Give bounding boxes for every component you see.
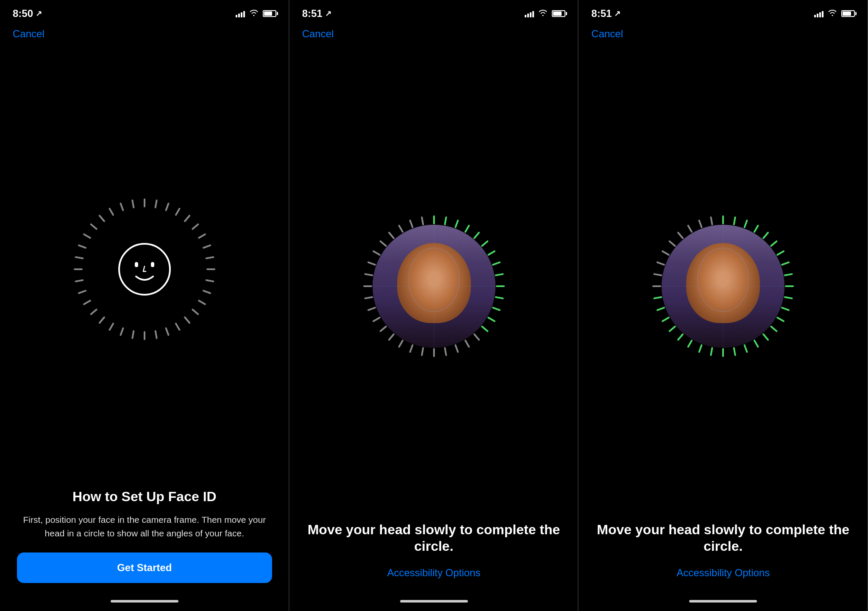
subtitle-1: First, position your face in the camera … bbox=[17, 513, 272, 540]
svg-line-1 bbox=[156, 201, 157, 208]
status-bar-3: 8:51 ↗ bbox=[579, 0, 868, 24]
status-time-3: 8:51 bbox=[591, 8, 612, 20]
svg-line-23 bbox=[91, 310, 96, 314]
home-indicator-1 bbox=[111, 600, 178, 603]
svg-line-40 bbox=[445, 217, 446, 224]
svg-line-31 bbox=[91, 224, 96, 229]
signal-bar-3 bbox=[241, 12, 242, 17]
svg-line-30 bbox=[84, 234, 90, 238]
svg-line-49 bbox=[495, 297, 503, 298]
svg-line-24 bbox=[84, 301, 90, 304]
svg-line-106 bbox=[654, 274, 662, 275]
svg-line-19 bbox=[132, 331, 134, 338]
status-arrow-2: ↗ bbox=[325, 9, 331, 18]
battery-icon-2 bbox=[552, 10, 565, 17]
battery-icon-1 bbox=[263, 10, 276, 17]
svg-line-4 bbox=[185, 216, 189, 221]
face-circle-container-3 bbox=[579, 50, 868, 522]
bottom-section-1: How to Set Up Face ID First, position yo… bbox=[0, 488, 289, 596]
status-time-2: 8:51 bbox=[302, 8, 323, 20]
svg-line-13 bbox=[192, 310, 198, 314]
svg-rect-38 bbox=[151, 262, 154, 267]
svg-line-2 bbox=[166, 204, 168, 210]
svg-line-16 bbox=[166, 328, 168, 335]
svg-line-86 bbox=[785, 274, 792, 275]
svg-line-3 bbox=[176, 209, 180, 215]
svg-line-95 bbox=[734, 348, 735, 355]
signal-bar-2 bbox=[238, 14, 240, 17]
svg-line-15 bbox=[176, 324, 180, 330]
wifi-icon-3 bbox=[828, 9, 837, 19]
svg-line-11 bbox=[203, 291, 210, 293]
svg-line-25 bbox=[79, 291, 86, 293]
svg-line-20 bbox=[120, 328, 123, 335]
status-arrow-1: ↗ bbox=[36, 9, 42, 18]
battery-icon-3 bbox=[841, 10, 855, 17]
cancel-button-2[interactable]: Cancel bbox=[289, 26, 347, 42]
scan-overlay-3 bbox=[662, 225, 785, 348]
svg-line-88 bbox=[785, 297, 792, 298]
svg-line-14 bbox=[185, 318, 189, 323]
face-ring-2 bbox=[353, 206, 515, 367]
main-title-3: Move your head slowly to complete the ci… bbox=[595, 522, 851, 554]
camera-preview-2 bbox=[373, 225, 495, 348]
svg-line-7 bbox=[203, 246, 210, 248]
svg-line-65 bbox=[365, 297, 372, 298]
svg-rect-37 bbox=[135, 262, 138, 267]
main-title-1: How to Set Up Face ID bbox=[72, 488, 217, 505]
svg-line-35 bbox=[132, 201, 134, 208]
status-right-1 bbox=[236, 9, 276, 19]
svg-line-5 bbox=[192, 224, 198, 229]
bottom-section-3: Move your head slowly to complete the ci… bbox=[579, 522, 868, 596]
svg-line-10 bbox=[206, 280, 214, 282]
svg-line-67 bbox=[365, 274, 372, 275]
cancel-button-1[interactable]: Cancel bbox=[0, 26, 57, 42]
accessibility-options-button-3[interactable]: Accessibility Options bbox=[672, 563, 774, 583]
svg-line-56 bbox=[445, 348, 446, 355]
status-left-2: 8:51 ↗ bbox=[302, 8, 331, 20]
home-indicator-3 bbox=[689, 600, 757, 603]
face-ring-3 bbox=[643, 206, 804, 367]
status-time-1: 8:50 bbox=[13, 8, 33, 20]
status-left-1: 8:50 ↗ bbox=[13, 8, 42, 20]
svg-line-113 bbox=[711, 217, 712, 224]
signal-bar-4 bbox=[243, 11, 245, 17]
status-bar-2: 8:51 ↗ bbox=[289, 0, 579, 24]
svg-line-29 bbox=[79, 246, 86, 248]
svg-line-32 bbox=[100, 216, 104, 221]
status-right-2 bbox=[525, 9, 565, 19]
svg-line-12 bbox=[199, 301, 205, 304]
wifi-icon-1 bbox=[249, 9, 259, 19]
svg-line-97 bbox=[711, 348, 712, 355]
bottom-section-2: Move your head slowly to complete the ci… bbox=[289, 522, 579, 596]
signal-bars-1 bbox=[236, 10, 245, 17]
face-circle-container-2 bbox=[289, 50, 579, 522]
accessibility-options-button-2[interactable]: Accessibility Options bbox=[383, 563, 484, 583]
main-title-2: Move your head slowly to complete the ci… bbox=[306, 522, 562, 554]
home-indicator-2 bbox=[400, 600, 468, 603]
svg-line-6 bbox=[199, 234, 205, 238]
svg-line-22 bbox=[100, 318, 104, 323]
get-started-button[interactable]: Get Started bbox=[17, 552, 272, 583]
status-bar-1: 8:50 ↗ bbox=[0, 0, 289, 24]
screen-3: 8:51 ↗ Cancel bbox=[579, 0, 868, 611]
camera-preview-3 bbox=[662, 225, 785, 348]
signal-bars-3 bbox=[814, 10, 823, 17]
face-ring-1 bbox=[64, 189, 225, 350]
svg-line-17 bbox=[156, 331, 157, 338]
status-right-3 bbox=[814, 9, 855, 19]
svg-line-8 bbox=[206, 257, 214, 259]
svg-line-74 bbox=[422, 217, 423, 224]
wifi-icon-2 bbox=[538, 9, 548, 19]
svg-line-58 bbox=[422, 348, 423, 355]
svg-point-36 bbox=[119, 244, 170, 295]
svg-line-26 bbox=[75, 280, 83, 282]
cancel-button-3[interactable]: Cancel bbox=[579, 26, 636, 42]
screen-1: 8:50 ↗ Cancel bbox=[0, 0, 289, 611]
svg-line-47 bbox=[495, 274, 503, 275]
screen-2: 8:51 ↗ Cancel bbox=[289, 0, 579, 611]
svg-line-33 bbox=[109, 209, 113, 215]
svg-line-34 bbox=[120, 204, 123, 210]
scan-overlay-2 bbox=[373, 225, 495, 348]
face-circle-container-1 bbox=[0, 50, 289, 488]
